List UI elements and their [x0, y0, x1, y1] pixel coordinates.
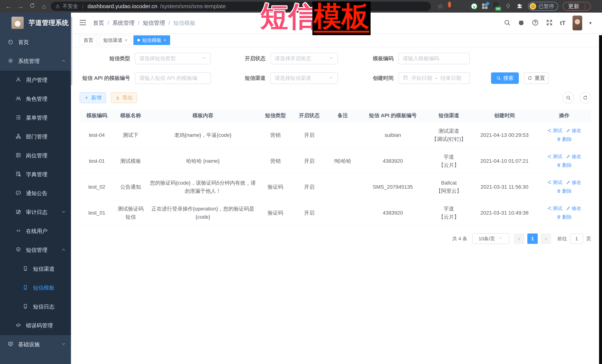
sidebar-collapse-icon[interactable]: [79, 19, 87, 27]
sidebar-item-label: 字典管理: [26, 171, 47, 178]
修改-link[interactable]: 修改: [566, 152, 581, 161]
table-toolbar: 新增 导出: [80, 92, 591, 104]
badge-icon: [16, 152, 21, 158]
share-icon: [547, 206, 552, 210]
测试-link[interactable]: 测试: [547, 178, 562, 187]
tab-短信渠道[interactable]: 短信渠道×: [99, 35, 131, 45]
extension-grid-icon[interactable]: [482, 3, 488, 10]
cell-name: 测试下: [114, 122, 147, 148]
profile-paused-pill[interactable]: ☺ 已暂停: [528, 2, 558, 11]
page-size-select[interactable]: 10条/页: [472, 233, 509, 244]
sidebar-item-菜单管理[interactable]: 菜单管理: [0, 108, 72, 127]
sidebar-item-字典管理[interactable]: 字典管理: [0, 165, 72, 184]
bookmark-star-icon[interactable]: ☆: [437, 2, 443, 10]
action-label: 测试: [553, 178, 562, 187]
close-icon[interactable]: ×: [125, 38, 127, 43]
tab-首页[interactable]: 首页: [80, 35, 97, 45]
pencil-icon: [566, 180, 570, 185]
sidebar-item-在线用户[interactable]: 在线用户: [0, 222, 72, 241]
tab-短信模板[interactable]: 短信模板×: [133, 35, 170, 45]
goto-page-input[interactable]: [570, 233, 583, 244]
menu-dots-icon[interactable]: ⋮: [582, 3, 588, 10]
fullscreen-icon[interactable]: [546, 19, 553, 27]
删除-link[interactable]: 删除: [557, 135, 572, 143]
sidebar-item-短信日志[interactable]: 短信日志: [0, 297, 72, 316]
sidebar-item-label: 用户管理: [26, 76, 47, 84]
sidebar-item-首页[interactable]: 首页: [0, 33, 72, 52]
breadcrumb-item-短信模板: 短信模板: [173, 19, 195, 27]
help-icon[interactable]: [532, 19, 539, 27]
删除-link[interactable]: 删除: [557, 213, 572, 221]
close-icon[interactable]: ×: [164, 38, 166, 43]
app-logo: 芋道管理系统: [0, 13, 72, 33]
share-icon: [547, 128, 552, 133]
home-icon[interactable]: ⌂: [39, 0, 49, 13]
sidebar-scrollbar[interactable]: [71, 13, 72, 364]
prev-page-button[interactable]: ‹: [514, 233, 524, 244]
sidebar-item-角色管理[interactable]: 角色管理: [0, 90, 72, 108]
sidebar-item-通知公告[interactable]: 通知公告: [0, 184, 72, 203]
sidebar-item-label: 首页: [18, 39, 29, 46]
search-icon[interactable]: [504, 19, 511, 27]
删除-link[interactable]: 删除: [557, 161, 572, 169]
cell-created: 2021-04-13 00:29:53: [472, 122, 537, 148]
sidebar-item-审计日志[interactable]: 审计日志: [0, 203, 72, 222]
sidebar-item-部门管理[interactable]: 部门管理: [0, 127, 72, 146]
template-code-label: 模板编码: [347, 55, 394, 62]
sidebar-item-错误码管理[interactable]: 错误码管理: [0, 316, 72, 335]
cell-content: 哈哈哈 {name}: [147, 148, 258, 174]
forward-icon[interactable]: →: [15, 0, 26, 13]
template-code-input[interactable]: [398, 53, 470, 64]
cell-channel: Ballcat【阿里云】: [426, 174, 472, 200]
search-button[interactable]: 搜索: [491, 73, 519, 84]
column-header-短信渠道: 短信渠道: [426, 109, 472, 122]
next-page-button[interactable]: ›: [541, 233, 551, 244]
cell-api_id: 4383920: [359, 200, 426, 226]
测试-link[interactable]: 测试: [547, 152, 562, 161]
sms-channel-select[interactable]: 请选择短信渠道: [270, 73, 338, 84]
add-button[interactable]: 新增: [80, 92, 106, 103]
sidebar-item-岗位管理[interactable]: 岗位管理: [0, 146, 72, 165]
breadcrumb-item-短信管理[interactable]: 短信管理: [143, 19, 165, 27]
extension-list-icon[interactable]: on: [493, 3, 500, 10]
status-select[interactable]: 请选择开启状态: [270, 53, 338, 64]
scrollbar-thumb[interactable]: [71, 17, 72, 85]
page-1-button[interactable]: 1: [527, 233, 538, 244]
address-bar[interactable]: ⚠ 不安全 | dashboard.yudao.iocoder.cn/syste…: [51, 2, 431, 11]
测试-link[interactable]: 测试: [547, 204, 562, 212]
breadcrumb-item-首页[interactable]: 首页: [93, 19, 104, 27]
修改-link[interactable]: 修改: [566, 126, 581, 135]
sidebar-item-短信模板[interactable]: 短信模板: [0, 279, 72, 297]
back-icon[interactable]: ←: [3, 0, 14, 13]
sidebar-item-短信管理[interactable]: 短信管理: [0, 241, 72, 260]
修改-link[interactable]: 修改: [566, 204, 581, 212]
show-search-button[interactable]: [562, 92, 574, 104]
trash-icon: [557, 137, 561, 141]
删除-link[interactable]: 删除: [557, 187, 572, 195]
extensions-puzzle-icon[interactable]: [516, 3, 523, 10]
browser-update-button[interactable]: 更新 ⋮: [563, 2, 591, 11]
refresh-button[interactable]: [580, 92, 591, 104]
extension-y-icon[interactable]: y: [471, 3, 477, 10]
trash-icon: [557, 163, 561, 167]
extension-ring-icon[interactable]: [448, 3, 455, 10]
reset-button[interactable]: 重置: [524, 73, 549, 84]
extension-monocle-icon[interactable]: [505, 3, 512, 10]
测试-link[interactable]: 测试: [547, 126, 562, 135]
caret-down-icon[interactable]: ▾: [589, 20, 592, 26]
font-size-icon[interactable]: tT: [560, 20, 566, 26]
修改-link[interactable]: 修改: [566, 178, 581, 187]
sms-type-select[interactable]: 请选择短信类型: [135, 53, 211, 64]
sidebar-item-基础设施[interactable]: 基础设施: [0, 335, 72, 354]
extension-kite-icon[interactable]: [460, 3, 466, 10]
create-time-range-picker[interactable]: 开始日期 - 结束日期: [398, 73, 470, 84]
sidebar-item-系统管理[interactable]: 系统管理: [0, 52, 72, 71]
sidebar-item-用户管理[interactable]: 用户管理: [0, 71, 72, 90]
reload-icon[interactable]: [27, 0, 37, 13]
breadcrumb-item-系统管理[interactable]: 系统管理: [112, 19, 135, 27]
github-icon[interactable]: [518, 19, 525, 27]
api-template-id-input[interactable]: [135, 73, 211, 84]
sidebar-item-短信渠道[interactable]: 短信渠道: [0, 260, 72, 279]
export-button[interactable]: 导出: [111, 92, 137, 103]
user-avatar[interactable]: [572, 16, 582, 30]
